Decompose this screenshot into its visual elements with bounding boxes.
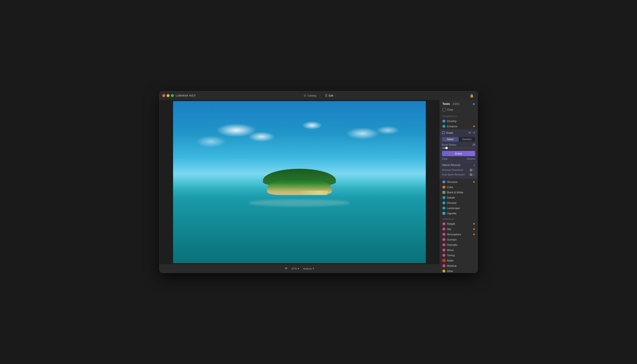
catalog-label: Catalog	[307, 94, 316, 97]
enhance-label: Enhance	[447, 125, 457, 128]
vignette-label: Vignette	[447, 212, 456, 215]
enhance-badge	[473, 126, 475, 127]
erase-title: Erase	[446, 131, 467, 134]
relight-label: Relight	[447, 222, 455, 225]
relight-dot-icon	[442, 222, 445, 225]
actions-button[interactable]: Actions ▾	[303, 267, 314, 270]
reset-button[interactable]: ↺	[473, 131, 475, 134]
crop-section: Crop	[440, 107, 478, 113]
tool-item-structure[interactable]: Structure	[440, 179, 478, 184]
structure-badge	[473, 181, 475, 182]
mystical-label: Mystical	[447, 264, 456, 267]
tool-item-develop[interactable]: Develop	[440, 118, 478, 124]
tool-item-enhance[interactable]: Enhance	[440, 124, 478, 129]
sky-dot-icon	[442, 228, 445, 230]
notification-badge	[473, 103, 475, 105]
tool-item-color[interactable]: Color	[440, 184, 478, 190]
photo-inner	[173, 101, 426, 263]
tool-item-sunrays[interactable]: Sunrays	[440, 237, 478, 242]
remove-powerlines-toggle[interactable]	[470, 168, 475, 172]
brush-radius-label: Brush Radius	[442, 144, 471, 146]
tool-item-dramatic[interactable]: Dramatic	[440, 242, 478, 248]
tool-item-sky[interactable]: Sky	[440, 226, 478, 232]
landscape-label: Landscape	[447, 207, 460, 210]
zoom-control[interactable]: 57% ▾	[292, 267, 299, 270]
panel-header: Tools Edits	[440, 100, 478, 107]
matte-dot-icon	[442, 259, 445, 262]
tool-item-landscape[interactable]: Landscape	[440, 206, 478, 211]
dust-spots-toggle[interactable]	[470, 173, 475, 176]
tool-item-denoise[interactable]: Denoise	[440, 200, 478, 206]
tool-item-relight[interactable]: Relight	[440, 221, 478, 226]
right-panel: Tools Edits Crop Essentials Develop	[439, 100, 478, 273]
main-content: 👁 57% ▾ Actions ▾ Tools Edits	[160, 100, 478, 273]
color-label: Color	[447, 186, 453, 188]
tool-item-vignette[interactable]: Vignette	[440, 211, 478, 216]
dramatic-label: Dramatic	[447, 244, 458, 246]
brush-radius-value: 20	[472, 144, 475, 146]
enhance-dot-icon	[442, 125, 445, 128]
actions-label: Actions	[303, 267, 312, 270]
traffic-lights	[162, 94, 174, 97]
select-button[interactable]: Select	[442, 137, 459, 142]
brush-slider-track[interactable]	[442, 148, 475, 148]
clear-button[interactable]: Clear	[442, 158, 448, 160]
zoom-chevron-icon: ▾	[298, 267, 299, 270]
tab-tools[interactable]: Tools	[442, 102, 450, 106]
tool-item-toning[interactable]: Toning	[440, 253, 478, 258]
remove-powerlines-label: Remove Powerlines	[442, 169, 463, 172]
matte-label: Matte	[447, 259, 454, 262]
title-bar-nav: ⊞ Catalog ☰ Edit	[302, 93, 335, 98]
edit-button[interactable]: ☰ Edit	[323, 93, 335, 98]
edit-label: Edit	[329, 94, 333, 97]
brush-slider-thumb[interactable]	[445, 147, 448, 149]
tool-item-glow[interactable]: Glow	[440, 268, 478, 273]
objects-removal-chevron-icon[interactable]: ∧	[474, 164, 475, 166]
erase-expanded-panel: Erase 👁 ↺ Select Deselect Brush Radius 2…	[440, 130, 478, 179]
canvas-area: 👁 57% ▾ Actions ▾	[160, 100, 439, 273]
island-shape	[259, 171, 340, 195]
eye-icon: 👁	[285, 267, 288, 270]
denoise-label: Denoise	[447, 202, 456, 204]
visibility-button[interactable]: 👁	[285, 267, 288, 270]
close-button[interactable]	[162, 94, 165, 97]
mystical-dot-icon	[442, 264, 445, 267]
vignette-dot-icon	[442, 212, 445, 215]
deselect-button[interactable]: Deselect	[459, 137, 475, 142]
crop-tool-item[interactable]: Crop	[442, 108, 475, 111]
restore-button[interactable]: Restore	[467, 158, 475, 160]
app-window: LUMINAR NEO ⊞ Catalog ☰ Edit 🔒	[159, 91, 478, 273]
minimize-button[interactable]	[167, 94, 170, 97]
tool-item-details[interactable]: Details	[440, 195, 478, 200]
tool-item-matte[interactable]: Matte	[440, 258, 478, 263]
tool-item-black-white[interactable]: Black & White	[440, 190, 478, 195]
details-label: Details	[447, 196, 455, 199]
select-deselect-row: Select Deselect	[442, 137, 475, 142]
tool-item-mood[interactable]: Mood	[440, 248, 478, 253]
remove-powerlines-item: Remove Powerlines	[442, 168, 475, 172]
sunrays-label: Sunrays	[447, 238, 456, 241]
erase-action-button[interactable]: Erase	[442, 151, 475, 156]
develop-dot-icon	[442, 120, 445, 122]
erase-header-icons: 👁 ↺	[468, 131, 475, 134]
objects-removal-section: Objects Removal ∧ Remove Powerlines Dust…	[440, 162, 478, 179]
toning-label: Toning	[447, 254, 455, 257]
tab-edits[interactable]: Edits	[453, 102, 460, 106]
crop-label: Crop	[447, 108, 453, 111]
tool-item-mystical[interactable]: Mystical	[440, 263, 478, 268]
tool-item-atmosphere[interactable]: Atmosphere	[440, 232, 478, 237]
clear-restore-row: Clear Restore	[440, 157, 478, 162]
toning-dot-icon	[442, 254, 445, 257]
brush-slider-row	[440, 147, 478, 150]
black-white-dot-icon	[442, 191, 445, 194]
objects-removal-header: Objects Removal ∧	[442, 164, 475, 166]
sky-label: Sky	[447, 228, 451, 230]
catalog-button[interactable]: ⊞ Catalog	[302, 93, 318, 98]
sunrays-dot-icon	[442, 238, 445, 241]
maximize-button[interactable]	[171, 94, 174, 97]
atmosphere-label: Atmosphere	[447, 233, 461, 236]
eye-toggle-button[interactable]: 👁	[468, 131, 471, 134]
image-container[interactable]	[160, 100, 439, 264]
structure-label: Structure	[447, 180, 458, 183]
essentials-section-label: Essentials	[440, 113, 478, 118]
